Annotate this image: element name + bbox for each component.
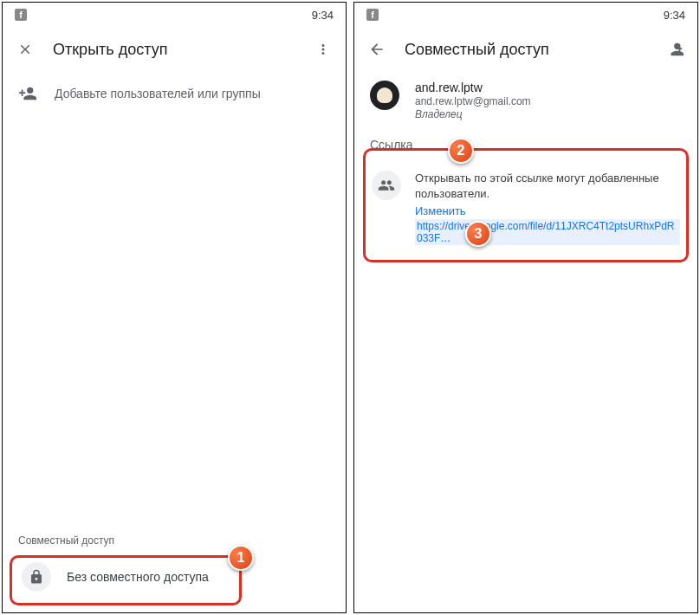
user-role: Владелец xyxy=(415,108,682,120)
facebook-icon: f xyxy=(15,9,27,21)
status-bar: f 9:34 xyxy=(354,3,697,27)
user-name: and.rew.lptw xyxy=(415,81,682,94)
bottom-section: Совместный доступ Без совместного доступ… xyxy=(3,526,346,612)
add-people-label: Добавьте пользователей или группы xyxy=(55,87,261,100)
page-title: Открыть доступ xyxy=(53,41,295,59)
link-section-label: Ссылка xyxy=(354,129,697,157)
people-icon xyxy=(372,171,401,200)
add-people-row[interactable]: Добавьте пользователей или группы xyxy=(3,72,346,115)
phone-left: f 9:34 Открыть доступ Добавьте пользоват… xyxy=(2,2,347,613)
more-icon[interactable] xyxy=(311,37,335,62)
no-share-button[interactable]: Без совместного доступа xyxy=(18,554,330,600)
owner-row: and.rew.lptw and.rew.lptw@gmail.com Влад… xyxy=(354,72,697,129)
header: Совместный доступ xyxy=(354,27,697,72)
person-add-icon[interactable] xyxy=(663,37,687,62)
page-title: Совместный доступ xyxy=(405,41,647,59)
no-share-label: Без совместного доступа xyxy=(67,570,209,584)
link-box: Открывать по этой ссылке могут добавленн… xyxy=(365,160,687,256)
close-icon[interactable] xyxy=(13,37,37,62)
lock-icon xyxy=(22,562,51,592)
link-description: Открывать по этой ссылке могут добавленн… xyxy=(415,171,680,201)
status-time: 9:34 xyxy=(664,9,685,22)
bottom-section-label: Совместный доступ xyxy=(18,534,330,547)
change-link[interactable]: Изменить xyxy=(415,204,680,217)
status-bar: f 9:34 xyxy=(3,3,346,27)
user-email: and.rew.lptw@gmail.com xyxy=(415,95,682,107)
facebook-icon: f xyxy=(366,9,379,21)
back-icon[interactable] xyxy=(365,37,389,62)
status-time: 9:34 xyxy=(312,9,334,22)
share-url[interactable]: https://drive.google.com/file/d/11JXRC4T… xyxy=(415,219,680,245)
phone-right: f 9:34 Совместный доступ and.rew.lptw an… xyxy=(353,2,698,613)
person-add-icon xyxy=(18,84,37,103)
header: Открыть доступ xyxy=(3,27,346,72)
avatar xyxy=(370,81,399,110)
